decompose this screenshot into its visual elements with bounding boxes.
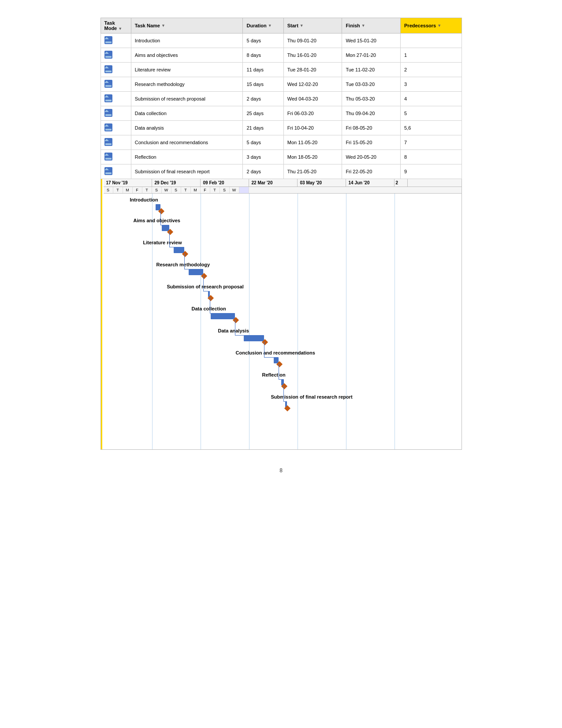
day-w2: W [230, 187, 239, 193]
vsep-6 [395, 194, 395, 449]
gantt-label-5: Submission of research proposal [167, 284, 244, 289]
table-row: Reflection3 daysMon 18-05-20Wed 20-05-20… [100, 150, 462, 164]
conn-9-10 [283, 386, 284, 401]
task-finish-4: Tue 03-03-20 [342, 77, 401, 92]
task-start-2: Thu 16-01-20 [283, 48, 342, 63]
start-filter-icon[interactable]: ▼ [300, 23, 304, 28]
duration-filter-icon[interactable]: ▼ [268, 23, 272, 28]
conn-6-7 [235, 320, 235, 335]
day-extra [239, 187, 249, 193]
table-row: Conclusion and recommendations5 daysMon … [100, 135, 462, 150]
task-duration-5: 2 days [243, 92, 283, 106]
task-name-3: Literature review [131, 63, 243, 77]
task-mode-8 [100, 135, 131, 150]
day-f2: F [201, 187, 210, 193]
gantt-bar-3 [174, 247, 184, 253]
gantt-canvas: Introduction Aims and objectives Literat… [104, 194, 447, 449]
task-start-9: Mon 18-05-20 [283, 150, 342, 164]
task-duration-2: 8 days [243, 48, 283, 63]
vsep-1 [152, 194, 153, 449]
day-f1: F [133, 187, 142, 193]
task-pred-4: 3 [401, 77, 462, 92]
day-w1: W [162, 187, 171, 193]
taskname-filter-icon[interactable]: ▼ [161, 23, 165, 28]
table-row: Research methodology15 daysWed 12-02-20T… [100, 77, 462, 92]
conn-2-3h [169, 247, 174, 247]
task-pred-10: 9 [401, 164, 462, 179]
task-pred-3: 2 [401, 63, 462, 77]
task-start-1: Thu 09-01-20 [283, 34, 342, 48]
vsep-2 [201, 194, 201, 449]
task-finish-10: Fri 22-05-20 [342, 164, 401, 179]
table-row: Submission of research proposal2 daysWed… [100, 92, 462, 106]
task-mode-7 [100, 121, 131, 135]
conn-6-7h [235, 335, 244, 336]
task-finish-7: Fri 08-05-20 [342, 121, 401, 135]
th-start: Start ▼ [283, 18, 342, 34]
task-start-6: Fri 06-03-20 [283, 106, 342, 121]
task-mode-10 [100, 164, 131, 179]
gantt-header-dates: 17 Nov '19 29 Dec '19 09 Feb '20 22 Mar … [104, 179, 462, 187]
gantt-label-7: Data analysis [218, 328, 249, 333]
day-m2: M [191, 187, 201, 193]
table-row: Data analysis21 daysFri 10-04-20Fri 08-0… [100, 121, 462, 135]
day-s4: S [220, 187, 230, 193]
th-start-label: Start [287, 23, 298, 28]
task-duration-7: 21 days [243, 121, 283, 135]
day-t2: T [142, 187, 152, 193]
gantt-bar-4 [189, 269, 203, 275]
table-row: Literature review11 daysTue 28-01-20Tue … [100, 63, 462, 77]
task-mode-6 [100, 106, 131, 121]
th-taskname-label: Task Name [135, 23, 160, 28]
task-mode-5 [100, 92, 131, 106]
task-name-5: Submission of research proposal [131, 92, 243, 106]
task-duration-9: 3 days [243, 150, 283, 164]
gantt-header-days: S T M F T S W S T M F T S W [104, 187, 462, 194]
table-row: Introduction5 daysThu 09-01-20Wed 15-01-… [100, 34, 462, 48]
conn-8-9 [279, 364, 279, 379]
gantt-date-7: 2 [395, 179, 408, 187]
gantt-label-4: Research methodology [156, 262, 210, 267]
finish-filter-icon[interactable]: ▼ [361, 23, 365, 28]
gantt-bar-6 [211, 313, 235, 319]
task-name-6: Data collection [131, 106, 243, 121]
task-start-3: Tue 28-01-20 [283, 63, 342, 77]
conn-7-8 [264, 342, 264, 357]
th-taskmode: Task Mode ▼ [100, 18, 131, 34]
th-taskmode-label: Task Mode [104, 20, 117, 31]
task-mode-1 [100, 34, 131, 48]
task-start-7: Fri 10-04-20 [283, 121, 342, 135]
vsep-5 [346, 194, 346, 449]
table-row: Aims and objectives8 daysThu 16-01-20Mon… [100, 48, 462, 63]
page-number: 8 [279, 467, 283, 474]
task-name-7: Data analysis [131, 121, 243, 135]
task-mode-2 [100, 48, 131, 63]
task-start-10: Thu 21-05-20 [283, 164, 342, 179]
conn-4-5h [203, 291, 208, 291]
gantt-date-3: 09 Feb '20 [201, 179, 249, 187]
gantt-label-3: Literature review [143, 240, 182, 245]
gantt-bar-2 [162, 225, 169, 231]
conn-3-4 [184, 254, 185, 269]
day-t3: T [181, 187, 191, 193]
task-pred-1 [401, 34, 462, 48]
task-duration-6: 25 days [243, 106, 283, 121]
day-m1: M [123, 187, 133, 193]
day-t4: T [210, 187, 220, 193]
gantt-label-2: Aims and objectives [134, 218, 180, 223]
task-name-8: Conclusion and recommendations [131, 135, 243, 150]
task-finish-5: Thu 05-03-20 [342, 92, 401, 106]
gantt-table: Task Mode ▼ Task Name ▼ Duration ▼ [100, 18, 462, 179]
gantt-label-6: Data collection [192, 306, 226, 311]
task-start-4: Wed 12-02-20 [283, 77, 342, 92]
taskmode-filter-icon[interactable]: ▼ [118, 26, 122, 31]
conn-5-6 [210, 298, 210, 313]
task-finish-1: Wed 15-01-20 [342, 34, 401, 48]
task-name-2: Aims and objectives [131, 48, 243, 63]
gantt-label-8: Conclusion and recommendations [236, 350, 315, 355]
pred-filter-icon[interactable]: ▼ [437, 23, 441, 28]
vsep-3 [249, 194, 249, 449]
task-mode-3 [100, 63, 131, 77]
task-duration-1: 5 days [243, 34, 283, 48]
task-finish-2: Mon 27-01-20 [342, 48, 401, 63]
